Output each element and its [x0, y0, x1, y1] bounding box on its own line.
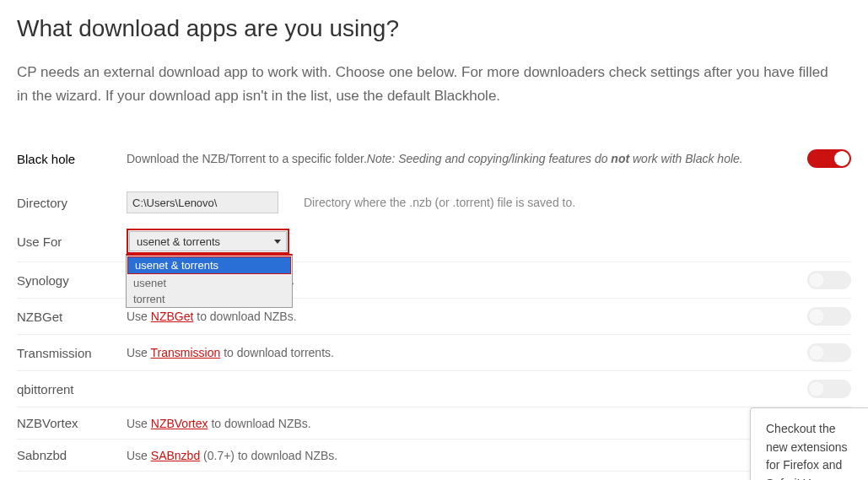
nzbvortex-prefix: Use [127, 417, 151, 430]
transmission-link[interactable]: Transmission [151, 346, 221, 359]
blackhole-label: Black hole [17, 152, 127, 166]
directory-hint: Directory where the .nzb (or .torrent) f… [304, 196, 575, 209]
sabnzbd-suffix: (0.7+) to download NZBs. [200, 449, 337, 462]
intro-text: CP needs an external download app to wor… [17, 61, 839, 108]
note-not: not [611, 152, 629, 165]
app-transmission-toggle[interactable] [807, 343, 851, 362]
sabnzbd-link[interactable]: SABnzbd [151, 449, 200, 462]
app-transmission-label: Transmission [17, 346, 127, 360]
nzbget-prefix: Use [127, 310, 151, 323]
app-sabnzbd-desc: Use SABnzbd (0.7+) to download NZBs. [127, 449, 851, 462]
transmission-prefix: Use [127, 346, 151, 359]
directory-label: Directory [17, 196, 127, 210]
nzbvortex-link[interactable]: NZBVortex [151, 417, 208, 430]
sabnzbd-prefix: Use [127, 449, 151, 462]
app-nzbget-label: NZBGet [17, 310, 127, 324]
page-title: What download apps are you using? [17, 15, 851, 42]
blackhole-desc: Download the NZB/Torrent to a specific f… [127, 152, 367, 165]
usefor-dropdown: usenet & torrents usenet torrent [126, 254, 293, 308]
note-prefix: Note: Seeding and copying/linking featur… [367, 152, 612, 165]
app-nzbvortex-label: NZBVortex [17, 416, 127, 430]
usefor-option-usenet[interactable]: usenet [127, 275, 292, 291]
app-nzbvortex-desc: Use NZBVortex to download NZBs. [127, 417, 851, 430]
app-qbittorrent-label: qbittorrent [17, 382, 127, 396]
note-suffix: work with Black hole. [629, 152, 743, 165]
chevron-down-icon [274, 240, 281, 244]
directory-input[interactable] [127, 191, 278, 213]
usefor-label: Use For [17, 235, 127, 249]
usefor-option-torrent[interactable]: torrent [127, 291, 292, 307]
blackhole-toggle[interactable] [807, 149, 851, 168]
nzbget-suffix: to download NZBs. [193, 310, 296, 323]
usefor-select[interactable]: usenet & torrents [129, 231, 287, 251]
app-nzbget-toggle[interactable] [807, 307, 851, 326]
app-synology-label: Synology [17, 273, 127, 288]
app-nzbget-desc: Use NZBGet to download NZBs. [127, 310, 807, 323]
extensions-popup[interactable]: Checkout the new extensions for Firefox … [750, 407, 868, 480]
usefor-selected-text: usenet & torrents [137, 235, 220, 248]
usefor-option-usenet-torrents[interactable]: usenet & torrents [127, 256, 291, 274]
app-synology-toggle[interactable] [807, 271, 851, 289]
blackhole-note: Note: Seeding and copying/linking featur… [367, 152, 743, 165]
nzbvortex-suffix: to download NZBs. [208, 417, 311, 430]
app-sabnzbd-label: Sabnzbd [17, 448, 127, 462]
app-transmission-desc: Use Transmission to download torrents. [127, 346, 807, 359]
app-qbittorrent-toggle[interactable] [807, 380, 851, 398]
nzbget-link[interactable]: NZBGet [151, 310, 194, 323]
transmission-suffix: to download torrents. [220, 346, 334, 359]
